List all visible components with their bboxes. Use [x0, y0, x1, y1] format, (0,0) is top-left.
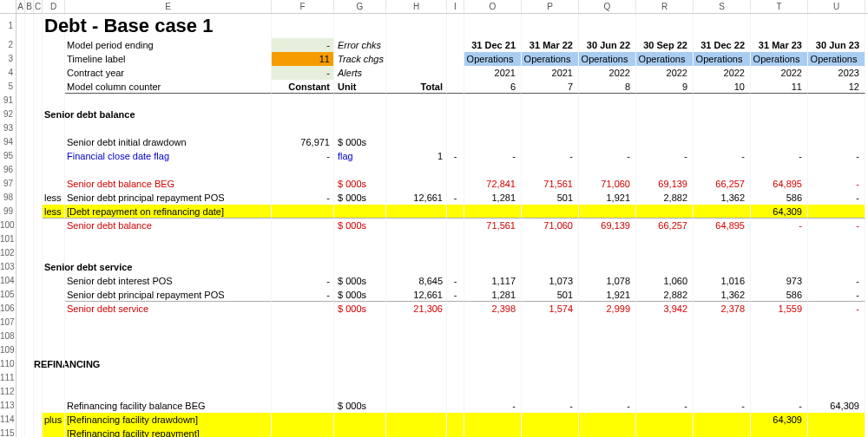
row-2[interactable]: 2 Model period ending - Error chks 31 De… — [0, 38, 868, 52]
row-111[interactable]: 111 — [0, 371, 868, 385]
col-U[interactable]: U — [808, 0, 865, 13]
label: Senior debt interest POS — [65, 274, 272, 288]
row-92[interactable]: 92 Senior debt balance — [0, 108, 868, 121]
row-95[interactable]: 95 Financial close date flag - flag 1 - … — [0, 149, 868, 163]
cell: Operations — [579, 52, 636, 66]
row-93[interactable]: 93 — [0, 121, 868, 135]
col-H[interactable]: H — [386, 0, 447, 13]
cell[interactable]: 11 — [272, 52, 334, 66]
label: Model column counter — [65, 80, 272, 94]
row-109[interactable]: 109 — [0, 343, 868, 357]
label: [Debt repayment on refinancing date] — [65, 205, 272, 218]
cell: 30 Sep 22 — [636, 38, 694, 52]
row-105[interactable]: 105 Senior debt principal repayment POS … — [0, 288, 868, 302]
cell: 2,882 — [636, 288, 694, 302]
cell: 30 Jun 22 — [579, 38, 636, 52]
row-103[interactable]: 103 Senior debt service — [0, 260, 868, 274]
spreadsheet[interactable]: A B C D E F G H I O P Q R S T U 1 Debt -… — [0, 0, 868, 437]
row-4[interactable]: 4 Contract year - Alerts 2021 2021 2022 … — [0, 66, 868, 80]
col-D[interactable]: D — [43, 0, 65, 13]
row-107[interactable]: 107 — [0, 316, 868, 329]
col-F[interactable]: F — [272, 0, 334, 13]
cell: 31 Dec 21 — [464, 38, 522, 52]
row-3[interactable]: 3 Timeline label 11 Track chgs Operation… — [0, 52, 868, 66]
col-E[interactable]: E — [65, 0, 272, 13]
row-108[interactable]: 108 — [0, 329, 868, 343]
page-title: Debt - Base case 1 — [43, 14, 65, 38]
row-99[interactable]: 99 less [Debt repayment on refinancing d… — [0, 205, 868, 218]
cell: Track chgs — [334, 52, 386, 66]
cell: flag — [334, 149, 386, 163]
cell: 973 — [751, 274, 808, 288]
cell: - — [447, 191, 464, 205]
col-Q[interactable]: Q — [579, 0, 636, 13]
col-A[interactable]: A — [16, 0, 25, 13]
cell[interactable]: - — [272, 66, 334, 80]
cell: - — [447, 274, 464, 288]
cell: 31 Mar 23 — [751, 38, 808, 52]
col-I[interactable]: I — [447, 0, 464, 13]
cell: 2022 — [751, 66, 808, 80]
cell: 2021 — [464, 66, 522, 80]
col-S[interactable]: S — [694, 0, 751, 13]
prefix: less — [43, 205, 65, 218]
row-98[interactable]: 98 less Senior debt principal repayment … — [0, 191, 868, 205]
row-114[interactable]: 114 plus [Refinancing facility drawdown]… — [0, 413, 868, 427]
row-115[interactable]: 115 [Refinancing facility repayment] — [0, 427, 868, 437]
cell — [464, 205, 522, 218]
cell: 2,398 — [464, 302, 522, 316]
row-112[interactable]: 112 — [0, 385, 868, 399]
cell: 31 Dec 22 — [694, 38, 751, 52]
row-101[interactable]: 101 — [0, 232, 868, 246]
row-104[interactable]: 104 Senior debt interest POS - $ 000s 8,… — [0, 274, 868, 288]
col-O[interactable]: O — [464, 0, 522, 13]
cell: 71,060 — [522, 218, 579, 232]
cell: - — [636, 399, 694, 413]
cell: - — [522, 149, 579, 163]
cell: $ 000s — [334, 218, 386, 232]
row-106[interactable]: 106 Senior debt service $ 000s 21,306 2,… — [0, 302, 868, 316]
cell: 2,378 — [694, 302, 751, 316]
cell: 71,561 — [464, 218, 522, 232]
cell: 1,281 — [464, 191, 522, 205]
cell: 2,999 — [579, 302, 636, 316]
row-96[interactable]: 96 — [0, 163, 868, 177]
cell: 1,016 — [694, 274, 751, 288]
cell: Operations — [464, 52, 522, 66]
row-91[interactable]: 91 — [0, 94, 868, 108]
col-C[interactable]: C — [34, 0, 43, 13]
col-B[interactable]: B — [25, 0, 34, 13]
col-T[interactable]: T — [751, 0, 808, 13]
cell: 1 — [386, 149, 447, 163]
row-100[interactable]: 100 Senior debt balance $ 000s 71,561 71… — [0, 218, 868, 232]
row-102[interactable]: 102 — [0, 246, 868, 260]
cell: 12 — [808, 80, 865, 94]
cell: 72,841 — [464, 177, 522, 191]
cell: 1,921 — [579, 288, 636, 302]
row-5[interactable]: 5 Model column counter Constant Unit Tot… — [0, 80, 868, 94]
cell: 501 — [522, 288, 579, 302]
cell: 1,574 — [522, 302, 579, 316]
cell: $ 000s — [334, 135, 386, 149]
col-R[interactable]: R — [636, 0, 694, 13]
cell — [808, 205, 865, 218]
cell: - — [808, 191, 865, 205]
row-94[interactable]: 94 Senior debt initial drawdown 76,971 $… — [0, 135, 868, 149]
cell: Alerts — [334, 66, 386, 80]
cell: 64,309 — [808, 399, 865, 413]
cell: 21,306 — [386, 302, 447, 316]
row-1[interactable]: 1 Debt - Base case 1 — [0, 14, 868, 38]
row-110[interactable]: 110 REFINANCING — [0, 357, 868, 371]
cell: - — [808, 288, 865, 302]
cell: 71,060 — [579, 177, 636, 191]
col-G[interactable]: G — [334, 0, 386, 13]
cell: $ 000s — [334, 399, 386, 413]
cell: 586 — [751, 191, 808, 205]
cell[interactable]: - — [272, 38, 334, 52]
cell — [522, 205, 579, 218]
row-113[interactable]: 113 Refinancing facility balance BEG $ 0… — [0, 399, 868, 413]
row-97[interactable]: 97 Senior debt balance BEG $ 000s 72,841… — [0, 177, 868, 191]
col-P[interactable]: P — [522, 0, 579, 13]
cell: 3,942 — [636, 302, 694, 316]
cell: - — [522, 399, 579, 413]
